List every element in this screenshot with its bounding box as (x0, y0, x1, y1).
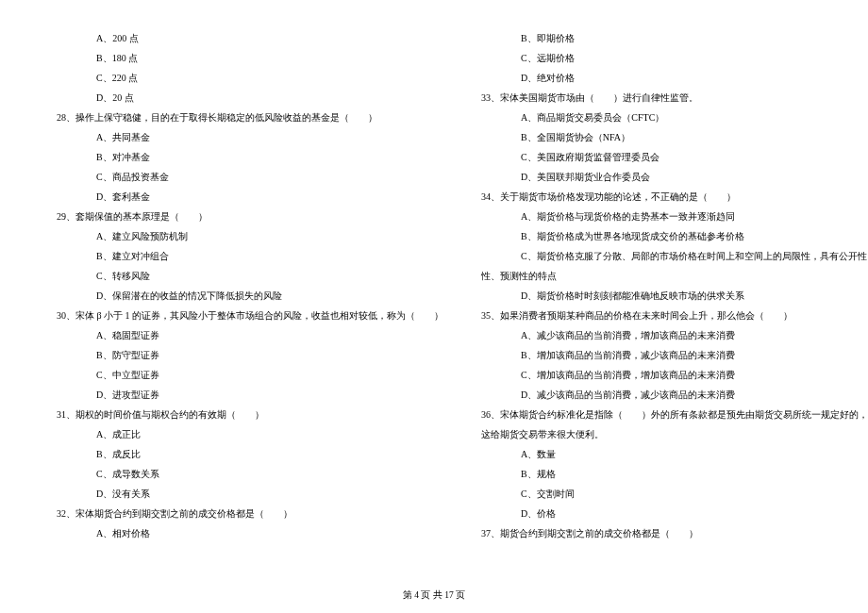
answer-option: C、成导数关系 (57, 464, 443, 484)
answer-option: C、美国政府期货监督管理委员会 (481, 147, 868, 167)
answer-option: A、共同基金 (57, 127, 443, 147)
answer-option: B、规格 (481, 464, 868, 484)
answer-option: A、相对价格 (57, 523, 443, 543)
question-text: 37、期货合约到期交割之前的成交价格都是（ ） (481, 523, 868, 543)
answer-option: A、期货价格与现货价格的走势基本一致并逐渐趋同 (481, 207, 868, 226)
answer-option: C、远期价格 (481, 48, 868, 68)
answer-option: C、转移风险 (57, 266, 443, 286)
answer-option: C、220 点 (57, 68, 443, 88)
answer-option: B、全国期货协会（NFA） (481, 127, 868, 147)
answer-option: A、建立风险预防机制 (57, 226, 443, 246)
right-column: B、即期价格C、远期价格D、绝对价格33、宋体美国期货市场由（ ）进行自律性监管… (481, 28, 868, 543)
answer-option: A、200 点 (57, 28, 443, 48)
answer-option: B、建立对冲组合 (57, 246, 443, 266)
answer-option: B、期货价格成为世界各地现货成交价的基础参考价格 (481, 226, 868, 246)
answer-option: B、即期价格 (481, 28, 868, 48)
question-text: 34、关于期货市场价格发现功能的论述，不正确的是（ ） (481, 187, 868, 207)
answer-option: C、增加该商品的当前消费，增加该商品的未来消费 (481, 365, 868, 385)
answer-option: D、价格 (481, 504, 868, 523)
answer-option: C、中立型证券 (57, 365, 443, 385)
question-text: 32、宋体期货合约到期交割之前的成交价格都是（ ） (57, 504, 443, 523)
continuation-text: 这给期货交易带来很大便利。 (481, 424, 868, 444)
question-text: 36、宋体期货合约标准化是指除（ ）外的所有条款都是预先由期货交易所统一规定好的… (481, 405, 868, 424)
answer-option: B、防守型证券 (57, 345, 443, 365)
answer-option: A、减少该商品的当前消费，增加该商品的未来消费 (481, 325, 868, 345)
question-text: 29、套期保值的基本原理是（ ） (57, 207, 443, 226)
answer-option: D、期货价格时时刻刻都能准确地反映市场的供求关系 (481, 286, 868, 306)
question-text: 28、操作上保守稳健，目的在于取得长期稳定的低风险收益的基金是（ ） (57, 108, 443, 127)
answer-option: B、增加该商品的当前消费，减少该商品的未来消费 (481, 345, 868, 365)
answer-option: D、保留潜在的收益的情况下降低损失的风险 (57, 286, 443, 306)
answer-option: D、绝对价格 (481, 68, 868, 88)
answer-option: D、美国联邦期货业合作委员会 (481, 167, 868, 187)
answer-option: B、180 点 (57, 48, 443, 68)
answer-option: C、商品投资基金 (57, 167, 443, 187)
page-footer: 第 4 页 共 17 页 (0, 589, 868, 602)
answer-option: D、套利基金 (57, 187, 443, 207)
continuation-text: 性、预测性的特点 (481, 266, 868, 286)
answer-option: D、没有关系 (57, 484, 443, 504)
answer-option: D、进攻型证券 (57, 385, 443, 405)
page-container: A、200 点B、180 点C、220 点D、20 点28、操作上保守稳健，目的… (0, 0, 868, 581)
answer-option: A、稳固型证券 (57, 325, 443, 345)
answer-option: A、数量 (481, 444, 868, 464)
answer-option: B、对冲基金 (57, 147, 443, 167)
answer-option: C、交割时间 (481, 484, 868, 504)
answer-option: D、减少该商品的当前消费，减少该商品的未来消费 (481, 385, 868, 405)
question-text: 31、期权的时间价值与期权合约的有效期（ ） (57, 405, 443, 424)
question-text: 35、如果消费者预期某种商品的价格在未来时间会上升，那么他会（ ） (481, 306, 868, 325)
answer-option: A、成正比 (57, 424, 443, 444)
question-text: 33、宋体美国期货市场由（ ）进行自律性监管。 (481, 88, 868, 108)
answer-option: D、20 点 (57, 88, 443, 108)
left-column: A、200 点B、180 点C、220 点D、20 点28、操作上保守稳健，目的… (57, 28, 443, 543)
answer-option: A、商品期货交易委员会（CFTC） (481, 108, 868, 127)
question-text: 30、宋体 β 小于 1 的证券，其风险小于整体市场组合的风险，收益也相对较低，… (57, 306, 443, 325)
answer-option: C、期货价格克服了分散、局部的市场价格在时间上和空间上的局限性，具有公开性、连续 (481, 246, 868, 266)
answer-option: B、成反比 (57, 444, 443, 464)
